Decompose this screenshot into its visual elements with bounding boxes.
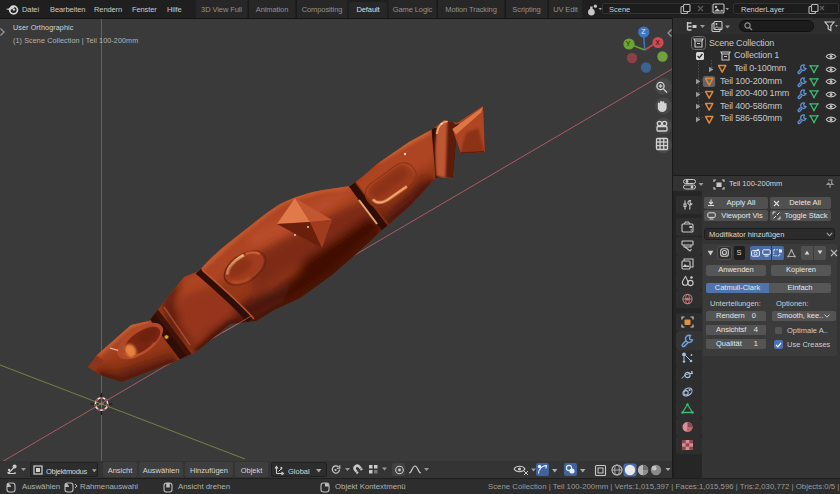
svg-text:Z: Z bbox=[641, 28, 646, 35]
svg-text:X: X bbox=[655, 39, 660, 46]
svg-text:Y: Y bbox=[626, 40, 631, 47]
